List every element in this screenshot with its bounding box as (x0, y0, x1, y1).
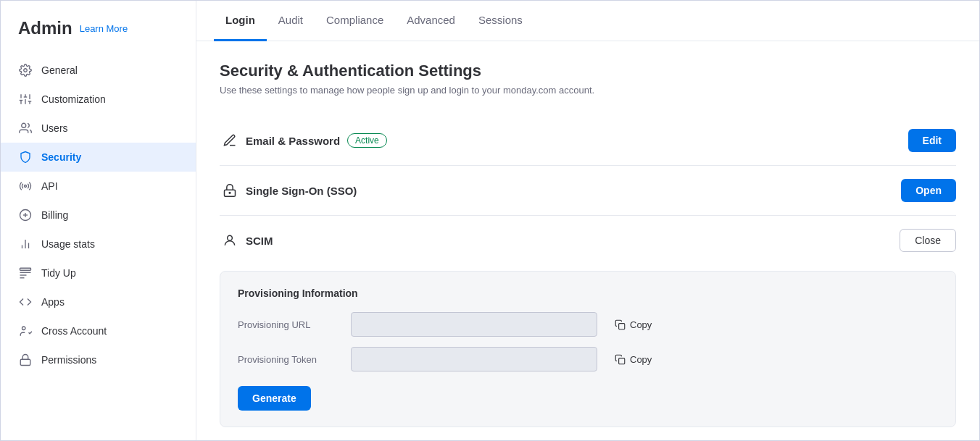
main-content: Login Audit Compliance Advanced Sessions… (196, 1, 979, 440)
email-password-icon (220, 133, 240, 148)
sidebar-item-users[interactable]: Users (1, 114, 196, 143)
provisioning-token-row: Provisioning Token Copy (238, 347, 938, 371)
email-password-title: Email & Password Active (246, 133, 908, 148)
users-icon (18, 121, 33, 135)
sidebar-item-security[interactable]: Security (1, 143, 196, 172)
tab-advanced[interactable]: Advanced (395, 1, 467, 41)
tidy-icon (18, 266, 33, 280)
sidebar-item-api[interactable]: API (1, 172, 196, 201)
scim-row: SCIM Close (220, 216, 956, 265)
open-button[interactable]: Open (901, 179, 956, 202)
provisioning-token-label: Provisioning Token (238, 354, 339, 365)
content-area: Security & Authentication Settings Use t… (196, 41, 979, 440)
sidebar-item-label-permissions: Permissions (41, 354, 96, 366)
sidebar-item-label-customization: Customization (41, 93, 106, 105)
sidebar-item-label-apps: Apps (41, 296, 65, 308)
sidebar-item-label-users: Users (41, 122, 68, 134)
tabs-bar: Login Audit Compliance Advanced Sessions (196, 1, 979, 41)
svg-point-26 (228, 235, 233, 240)
page-subtitle: Use these settings to manage how people … (220, 85, 956, 96)
sidebar-item-customization[interactable]: Customization (1, 85, 196, 114)
gear-icon (18, 63, 33, 77)
provisioning-url-row: Provisioning URL Copy (238, 312, 938, 337)
sidebar-item-usage-stats[interactable]: Usage stats (1, 230, 196, 259)
sidebar-nav: General Customization Users (1, 56, 196, 423)
provisioning-url-input[interactable] (351, 312, 597, 337)
svg-rect-27 (619, 323, 625, 329)
page-title: Security & Authentication Settings (220, 62, 956, 80)
copy-icon-2 (615, 354, 626, 365)
sidebar-item-cross-account[interactable]: Cross Account (1, 316, 196, 345)
sidebar-item-label-security: Security (41, 151, 81, 163)
tab-login[interactable]: Login (214, 1, 267, 41)
sso-title: Single Sign-On (SSO) (246, 185, 901, 197)
bar-chart-icon (18, 237, 33, 251)
sidebar: Admin Learn More General Customization (1, 1, 196, 440)
sso-icon (220, 183, 240, 198)
sidebar-item-label-usage-stats: Usage stats (41, 238, 95, 250)
sidebar-header: Admin Learn More (1, 18, 196, 56)
sidebar-item-tidy-up[interactable]: Tidy Up (1, 259, 196, 287)
sidebar-item-permissions[interactable]: Permissions (1, 345, 196, 374)
sidebar-item-label-tidy-up: Tidy Up (41, 267, 76, 279)
scim-expanded-panel: Provisioning Information Provisioning UR… (220, 271, 956, 427)
svg-point-25 (229, 193, 231, 194)
email-password-row: Email & Password Active Edit (220, 116, 956, 166)
copy-token-button[interactable]: Copy (609, 351, 657, 368)
svg-point-11 (25, 185, 27, 188)
sidebar-item-label-api: API (41, 180, 58, 192)
api-icon (18, 179, 33, 193)
sidebar-item-billing[interactable]: Billing (1, 201, 196, 230)
copy-url-button[interactable]: Copy (609, 316, 657, 333)
tab-audit[interactable]: Audit (267, 1, 315, 41)
active-badge: Active (347, 133, 387, 148)
sso-row: Single Sign-On (SSO) Open (220, 166, 956, 216)
sliders-icon (18, 92, 33, 106)
provisioning-url-label: Provisioning URL (238, 319, 339, 330)
cross-account-icon (18, 324, 33, 338)
provisioning-token-input[interactable] (351, 347, 597, 371)
close-button[interactable]: Close (900, 229, 956, 252)
sidebar-item-label-cross-account: Cross Account (41, 325, 107, 337)
svg-rect-18 (20, 268, 31, 270)
generate-button[interactable]: Generate (238, 386, 311, 411)
svg-point-10 (22, 123, 26, 127)
sidebar-item-label-billing: Billing (41, 209, 68, 221)
sidebar-item-apps[interactable]: Apps (1, 287, 196, 316)
edit-button[interactable]: Edit (908, 129, 956, 152)
provisioning-info-title: Provisioning Information (238, 287, 938, 299)
scim-icon (220, 233, 240, 248)
svg-point-22 (22, 327, 26, 330)
code-icon (18, 295, 33, 309)
svg-point-0 (24, 69, 28, 72)
svg-rect-28 (619, 358, 625, 364)
svg-rect-23 (20, 359, 30, 365)
shield-icon (18, 150, 33, 164)
tab-sessions[interactable]: Sessions (467, 1, 534, 41)
lock-icon (18, 353, 33, 367)
learn-more-link[interactable]: Learn More (80, 23, 128, 34)
dollar-icon (18, 208, 33, 222)
scim-title: SCIM (246, 235, 900, 247)
sidebar-item-general[interactable]: General (1, 56, 196, 85)
sidebar-item-label-general: General (41, 64, 78, 76)
copy-icon (615, 319, 626, 330)
tab-compliance[interactable]: Compliance (315, 1, 395, 41)
app-title: Admin (18, 18, 72, 38)
